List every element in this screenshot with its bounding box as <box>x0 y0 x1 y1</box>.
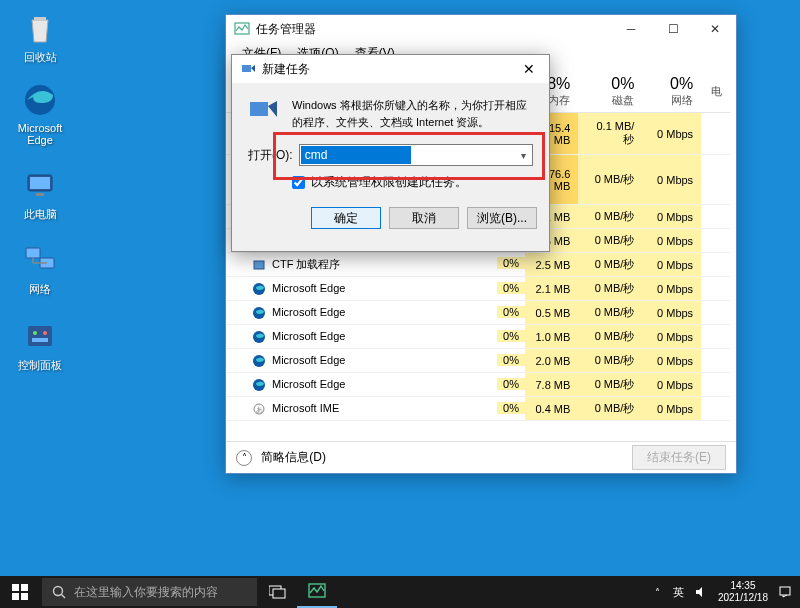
proc-disk: 0 MB/秒 <box>578 229 642 253</box>
chevron-down-icon[interactable]: ▾ <box>514 150 532 161</box>
start-button[interactable] <box>0 576 40 608</box>
svg-rect-26 <box>21 584 28 591</box>
svg-rect-15 <box>254 261 264 269</box>
table-row[interactable]: Microsoft Edge0%2.1 MB0 MB/秒0 Mbps <box>226 277 730 301</box>
svg-text:英: 英 <box>673 586 684 598</box>
run-dialog: 新建任务 ✕ Windows 将根据你所键入的名称，为你打开相应的程序、文件夹、… <box>231 54 550 252</box>
taskbar: 在这里输入你要搜索的内容 ˄ 英 14:35 2021/12/18 <box>0 576 800 608</box>
proc-disk: 0.1 MB/秒 <box>578 113 642 155</box>
proc-name: CTF 加载程序0% <box>226 253 525 277</box>
proc-net: 0 Mbps <box>642 205 701 229</box>
desktop-icon-recycle-bin[interactable]: 回收站 <box>10 8 70 65</box>
desktop-icon-network[interactable]: 网络 <box>10 240 70 297</box>
chevron-up-icon: ˄ <box>236 450 252 466</box>
minimize-button[interactable]: ─ <box>610 15 652 43</box>
proc-disk: 0 MB/秒 <box>578 349 642 373</box>
proc-mem: 7.8 MB <box>525 373 578 397</box>
proc-disk: 0 MB/秒 <box>578 373 642 397</box>
proc-disk: 0 MB/秒 <box>578 155 642 205</box>
proc-disk: 0 MB/秒 <box>578 325 642 349</box>
svg-rect-25 <box>12 584 19 591</box>
run-close-button[interactable]: ✕ <box>509 56 549 82</box>
proc-net: 0 Mbps <box>642 113 701 155</box>
desktop-icon-control-panel[interactable]: 控制面板 <box>10 316 70 373</box>
tray-chevron-up-icon[interactable]: ˄ <box>655 587 660 598</box>
svg-point-11 <box>43 331 47 335</box>
proc-name: Microsoft Edge0% <box>226 325 525 349</box>
table-row[interactable]: CTF 加载程序0%2.5 MB0 MB/秒0 Mbps <box>226 253 730 277</box>
window-title: 任务管理器 <box>256 21 610 38</box>
search-icon <box>52 585 66 599</box>
svg-rect-27 <box>12 593 19 600</box>
col-pwr[interactable]: 电 <box>701 71 730 113</box>
table-row[interactable]: Microsoft Edge0%0.5 MB0 MB/秒0 Mbps <box>226 301 730 325</box>
desktop-icon-this-pc[interactable]: 此电脑 <box>10 165 70 222</box>
brief-info-toggle[interactable]: ˄ 简略信息(D) <box>236 449 632 466</box>
svg-rect-4 <box>36 193 44 196</box>
edge-icon <box>20 80 60 120</box>
svg-line-30 <box>62 595 66 599</box>
svg-text:あ: あ <box>256 406 263 414</box>
svg-rect-23 <box>242 65 251 72</box>
table-row[interactable]: Microsoft Edge0%1.0 MB0 MB/秒0 Mbps <box>226 325 730 349</box>
proc-mem: 0.4 MB <box>525 397 578 421</box>
svg-point-10 <box>33 331 37 335</box>
titlebar[interactable]: 任务管理器 ─ ☐ ✕ <box>226 15 736 43</box>
admin-label: 以系统管理权限创建此任务。 <box>311 174 467 191</box>
run-app-icon <box>240 61 256 77</box>
col-net[interactable]: 0%网络 <box>642 71 701 113</box>
proc-mem: 0.5 MB <box>525 301 578 325</box>
svg-rect-28 <box>21 593 28 600</box>
desktop-icon-edge[interactable]: Microsoft Edge <box>10 80 70 146</box>
proc-name: Microsoft Edge0% <box>226 277 525 301</box>
edge-icon <box>252 330 266 344</box>
proc-net: 0 Mbps <box>642 301 701 325</box>
run-title: 新建任务 <box>262 61 509 78</box>
cancel-button[interactable]: 取消 <box>389 207 459 229</box>
open-label: 打开(O): <box>248 147 293 164</box>
proc-net: 0 Mbps <box>642 155 701 205</box>
proc-disk: 0 MB/秒 <box>578 277 642 301</box>
search-box[interactable]: 在这里输入你要搜索的内容 <box>42 578 257 606</box>
proc-net: 0 Mbps <box>642 253 701 277</box>
open-combobox[interactable]: ▾ <box>299 144 533 166</box>
proc-disk: 0 MB/秒 <box>578 253 642 277</box>
proc-net: 0 Mbps <box>642 277 701 301</box>
edge-icon <box>252 306 266 320</box>
table-row[interactable]: Microsoft Edge0%7.8 MB0 MB/秒0 Mbps <box>226 373 730 397</box>
tray-notification-icon[interactable] <box>778 585 792 599</box>
close-button[interactable]: ✕ <box>694 15 736 43</box>
open-input[interactable] <box>301 146 411 164</box>
proc-net: 0 Mbps <box>642 349 701 373</box>
ok-button[interactable]: 确定 <box>311 207 381 229</box>
table-row[interactable]: あMicrosoft IME0%0.4 MB0 MB/秒0 Mbps <box>226 397 730 421</box>
proc-mem: 2.1 MB <box>525 277 578 301</box>
browse-button[interactable]: 浏览(B)... <box>467 207 537 229</box>
table-row[interactable]: Microsoft Edge0%2.0 MB0 MB/秒0 Mbps <box>226 349 730 373</box>
svg-rect-32 <box>273 589 285 598</box>
edge-icon <box>252 378 266 392</box>
search-placeholder: 在这里输入你要搜索的内容 <box>74 584 218 601</box>
admin-checkbox[interactable] <box>292 176 305 189</box>
run-titlebar[interactable]: 新建任务 ✕ <box>232 55 549 83</box>
col-disk[interactable]: 0%磁盘 <box>578 71 642 113</box>
end-task-button[interactable]: 结束任务(E) <box>632 445 726 470</box>
taskbar-clock[interactable]: 14:35 2021/12/18 <box>718 580 768 604</box>
proc-name: Microsoft Edge0% <box>226 373 525 397</box>
svg-rect-35 <box>780 587 790 595</box>
taskbar-app-taskmgr[interactable] <box>297 576 337 608</box>
tray-volume-icon[interactable] <box>694 585 708 599</box>
proc-mem: 2.5 MB <box>525 253 578 277</box>
svg-rect-24 <box>250 102 268 116</box>
proc-disk: 0 MB/秒 <box>578 397 642 421</box>
proc-net: 0 Mbps <box>642 373 701 397</box>
proc-mem: 2.0 MB <box>525 349 578 373</box>
svg-rect-3 <box>30 177 50 189</box>
network-icon <box>20 240 60 280</box>
maximize-button[interactable]: ☐ <box>652 15 694 43</box>
edge-icon <box>252 354 266 368</box>
tray-ime-icon[interactable]: 英 <box>670 585 684 599</box>
ctf-icon <box>252 258 266 272</box>
computer-icon <box>20 165 60 205</box>
task-view-button[interactable] <box>259 576 297 608</box>
